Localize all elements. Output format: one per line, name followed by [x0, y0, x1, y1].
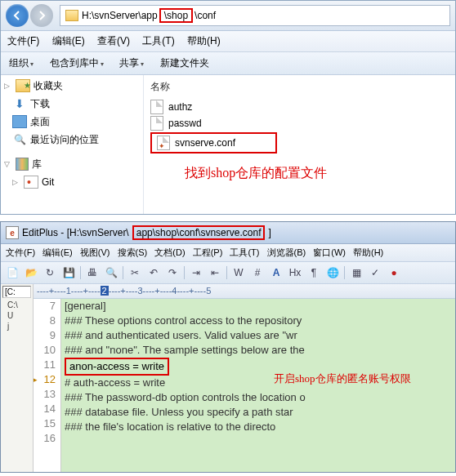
- font-icon[interactable]: A: [268, 265, 284, 281]
- title-suffix: ]: [268, 227, 270, 238]
- code-line: ### These options control access to the …: [65, 314, 306, 328]
- sidebar-label: 库: [32, 157, 42, 171]
- sidebar-item-recent[interactable]: 最近访问的位置: [1, 131, 143, 149]
- highlighted-code: anon-access = write: [65, 358, 169, 376]
- sidebar-item-downloads[interactable]: 下载: [1, 95, 143, 113]
- code-line: [general]: [65, 299, 306, 314]
- refresh-icon[interactable]: ↻: [42, 265, 58, 281]
- spell-icon[interactable]: ✓: [367, 265, 383, 281]
- preview-icon[interactable]: 🔍: [103, 265, 119, 281]
- file-icon: [150, 100, 163, 114]
- ep-menu-view[interactable]: 视图(V): [80, 247, 110, 257]
- dir-item[interactable]: j: [2, 321, 31, 331]
- editplus-sidebar: [C: C:\ U j: [1, 284, 34, 472]
- print-icon[interactable]: 🖶: [84, 265, 101, 281]
- menu-edit[interactable]: 编辑(E): [52, 35, 85, 47]
- open-file-icon[interactable]: 📂: [23, 265, 39, 281]
- organize-button[interactable]: 组织: [9, 57, 34, 69]
- code-line: ### and authenticated users. Valid value…: [65, 328, 306, 343]
- annotation-text: 找到shop仓库的配置文件: [185, 165, 327, 182]
- code-line: anon-access = write: [65, 358, 306, 376]
- annotation-text: 开启shop仓库的匿名账号权限: [274, 371, 411, 386]
- web-icon[interactable]: 🌐: [324, 265, 341, 281]
- file-row[interactable]: svnserve.conf: [150, 131, 449, 154]
- ep-menu-tools[interactable]: 工具(T): [230, 247, 259, 257]
- code-area[interactable]: 78910111213141516 [general] ### These op…: [34, 299, 455, 472]
- cut-icon[interactable]: ✂: [127, 265, 143, 281]
- drive-selector[interactable]: [C:: [2, 286, 31, 298]
- code-line: # auth-access = write: [65, 376, 306, 390]
- title-highlight: app\shop\conf\svnserve.conf: [132, 225, 266, 240]
- save-icon[interactable]: 💾: [60, 265, 77, 281]
- menu-tools[interactable]: 工具(T): [142, 35, 174, 47]
- ep-menu-file[interactable]: 文件(F): [6, 247, 35, 257]
- folder-icon: [65, 10, 78, 21]
- sidebar-item-desktop[interactable]: 桌面: [1, 113, 143, 131]
- ep-menu-search[interactable]: 搜索(S): [118, 247, 148, 257]
- menu-view[interactable]: 查看(V): [97, 35, 130, 47]
- share-button[interactable]: 共享: [119, 57, 144, 69]
- hex-icon[interactable]: Hx: [287, 265, 303, 281]
- file-name: authz: [168, 100, 192, 114]
- sidebar-label: 桌面: [30, 114, 50, 129]
- git-icon: [24, 176, 38, 189]
- file-row[interactable]: authz: [150, 99, 449, 115]
- new-file-icon[interactable]: 📄: [4, 265, 20, 281]
- explorer-sidebar: ▷收藏夹 下载 桌面 最近访问的位置 ▽库 ▷Git: [1, 75, 144, 214]
- ep-menu-browser[interactable]: 浏览器(B): [267, 247, 306, 257]
- indent-icon[interactable]: ⇥: [188, 265, 204, 281]
- wrap-icon[interactable]: W: [230, 265, 247, 281]
- explorer-toolbar: 组织 包含到库中 共享 新建文件夹: [1, 52, 455, 75]
- ep-menu-project[interactable]: 工程(P): [193, 247, 223, 257]
- dir-item[interactable]: C:\: [2, 300, 31, 310]
- address-highlight: \shop: [159, 8, 193, 23]
- code-lines[interactable]: [general] ### These options control acce…: [61, 299, 309, 472]
- recent-icon: [12, 133, 27, 146]
- back-button[interactable]: [6, 4, 29, 27]
- ep-menu-help[interactable]: 帮助(H): [353, 247, 383, 257]
- dir-item[interactable]: U: [2, 310, 31, 321]
- code-line: ### database file. Unless you specify a …: [65, 405, 306, 420]
- ep-menu-doc[interactable]: 文档(D): [154, 247, 185, 257]
- file-list-pane: 名称 authz passwd svnserve.conf 找到shop仓库的配…: [144, 75, 455, 214]
- column-icon[interactable]: ▦: [348, 265, 364, 281]
- include-lib-button[interactable]: 包含到库中: [50, 57, 104, 69]
- conf-file-icon: [157, 136, 170, 150]
- outdent-icon[interactable]: ⇤: [207, 265, 223, 281]
- file-name: passwd: [168, 116, 202, 131]
- library-icon: [16, 158, 29, 171]
- line-gutter: 78910111213141516: [34, 299, 61, 472]
- code-line: ### the file's location is relative to t…: [65, 420, 306, 434]
- address-input[interactable]: H:\svnServer\app\shop\conf: [60, 5, 450, 26]
- ep-menu-window[interactable]: 窗口(W): [313, 247, 346, 257]
- redo-icon[interactable]: ↷: [164, 265, 181, 281]
- sidebar-item-git[interactable]: ▷Git: [1, 173, 143, 191]
- menu-file[interactable]: 文件(F): [7, 35, 39, 47]
- linenum-icon[interactable]: #: [249, 265, 266, 281]
- desktop-icon: [12, 115, 27, 128]
- forward-button[interactable]: [30, 4, 53, 27]
- nonprint-icon[interactable]: ¶: [306, 265, 322, 281]
- sidebar-label: 下载: [30, 96, 50, 111]
- record-icon[interactable]: ●: [386, 265, 402, 281]
- highlight-box: svnserve.conf: [150, 132, 277, 153]
- new-folder-button[interactable]: 新建文件夹: [160, 57, 209, 69]
- ruler-cursor: 2: [101, 286, 109, 296]
- menu-help[interactable]: 帮助(H): [187, 35, 221, 47]
- ep-menu-edit[interactable]: 编辑(E): [42, 247, 73, 257]
- file-row[interactable]: passwd: [150, 115, 449, 131]
- explorer-menu: 文件(F) 编辑(E) 查看(V) 工具(T) 帮助(H): [1, 31, 455, 52]
- editor-area: ----+----1----+----2----+----3----+----4…: [34, 284, 455, 472]
- explorer-window: H:\svnServer\app\shop\conf 文件(F) 编辑(E) 查…: [0, 0, 456, 215]
- sidebar-item-favorites[interactable]: ▷收藏夹: [1, 77, 143, 95]
- code-line: ### The password-db option controls the …: [65, 390, 306, 405]
- ruler: ----+----1----+----2----+----3----+----4…: [34, 284, 455, 299]
- editplus-icon: e: [6, 226, 19, 239]
- column-name[interactable]: 名称: [150, 77, 449, 99]
- download-icon: [12, 97, 27, 110]
- favorites-icon: [16, 79, 30, 92]
- undo-icon[interactable]: ↶: [145, 265, 162, 281]
- sidebar-item-libraries[interactable]: ▽库: [1, 155, 143, 173]
- address-text-suffix: \conf: [194, 10, 216, 21]
- code-line: ### and "none". The sample settings belo…: [65, 343, 306, 358]
